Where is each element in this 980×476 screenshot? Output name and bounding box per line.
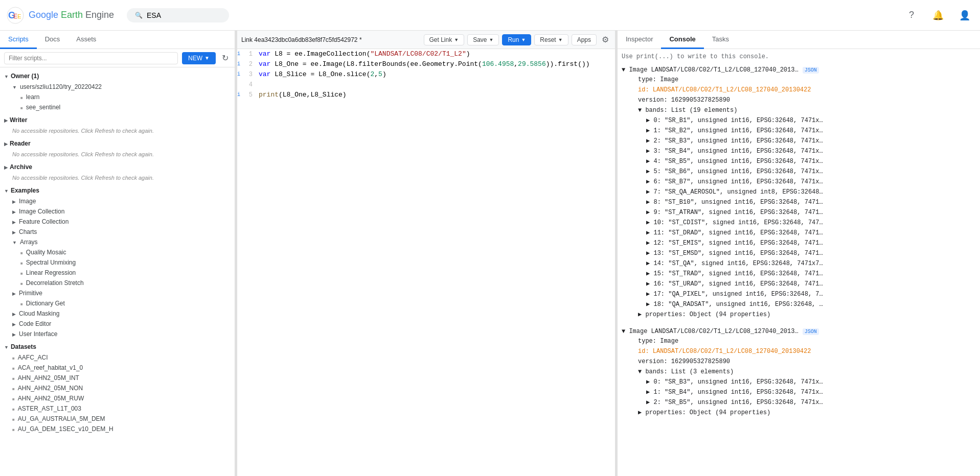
console-item-1-b5[interactable]: ▶ 5: "SR_B6", unsigned int16, EPSG:32648… <box>622 166 976 177</box>
example-decorrelation-stretch[interactable]: Decorrelation Stretch <box>0 278 235 288</box>
tab-scripts[interactable]: Scripts <box>0 31 37 49</box>
file-see-sentinel[interactable]: see_sentinel <box>0 102 235 112</box>
console-item-2-b1[interactable]: ▶ 1: "SR_B4", unsigned int16, EPSG:32648… <box>622 387 976 397</box>
search-input[interactable] <box>147 11 218 19</box>
help-button[interactable]: ? <box>902 6 921 25</box>
left-tab-bar: Scripts Docs Assets <box>0 31 235 49</box>
console-item-1-b13[interactable]: ▶ 13: "ST_EMSD", signed int16, EPSG:3264… <box>622 248 976 258</box>
reader-section-header[interactable]: Reader <box>0 138 235 149</box>
dataset-AU-DEM[interactable]: AU_GA_AUSTRALIA_5M_DEM <box>0 414 235 424</box>
dataset-AU-DEM-icon <box>12 415 15 422</box>
console-item-1-b14[interactable]: ▶ 14: "ST_QA", signed int16, EPSG:32648,… <box>622 258 976 269</box>
dataset-AHN-RUW[interactable]: AHN_AHN2_05M_RUW <box>0 393 235 403</box>
owner-repo[interactable]: users/szliu1120/try_20220422 <box>0 82 235 92</box>
example-spectral-unmixing[interactable]: Spectral Unmixing <box>0 257 235 268</box>
example-image[interactable]: Image <box>0 196 235 206</box>
tab-docs[interactable]: Docs <box>37 31 69 49</box>
example-quality-mosaic[interactable]: Quality Mosaic <box>0 247 235 257</box>
code-line-2: i 2 var L8_One = ee.Image(L8.filterBound… <box>237 59 615 69</box>
console-item-2-bands[interactable]: ▼ bands: List (3 elements) <box>622 367 976 377</box>
tab-tasks[interactable]: Tasks <box>704 31 737 49</box>
line-number-1: 1 <box>241 49 257 59</box>
console-item-1-b7[interactable]: ▶ 7: "SR_QA_AEROSOL", unsigned int8, EPS… <box>622 187 976 197</box>
search-bar[interactable]: 🔍 <box>127 8 229 22</box>
console-item-1-b0[interactable]: ▶ 0: "SR_B1", unsigned int16, EPSG:32648… <box>622 115 976 126</box>
console-item-1-b18[interactable]: ▶ 18: "QA_RADSAT", unsigned int16, EPSG:… <box>622 299 976 310</box>
example-image-collection[interactable]: Image Collection <box>0 206 235 217</box>
dataset-AHN-NON-icon <box>12 385 15 392</box>
filter-scripts-input[interactable] <box>4 52 178 64</box>
console-item-1-b4[interactable]: ▶ 4: "SR_B5", unsigned int16, EPSG:32648… <box>622 156 976 166</box>
console-item-1-b17[interactable]: ▶ 17: "QA_PIXEL", unsigned int16, EPSG:3… <box>622 289 976 299</box>
dataset-AHN-NON[interactable]: AHN_AHN2_05M_NON <box>0 383 235 393</box>
owner-section-header[interactable]: Owner (1) <box>0 70 235 82</box>
console-content: Use print(...) to write to this console.… <box>618 49 980 476</box>
console-item-1-b3[interactable]: ▶ 3: "SR_B4", unsigned int16, EPSG:32648… <box>622 146 976 156</box>
console-item-2-b0[interactable]: ▶ 0: "SR_B3", unsigned int16, EPSG:32648… <box>622 377 976 387</box>
console-item-1-b1[interactable]: ▶ 1: "SR_B2", unsigned int16, EPSG:32648… <box>622 126 976 136</box>
console-block-1: ▼ Image LANDSAT/LC08/C02/T1_L2/LC08_1270… <box>622 66 976 320</box>
dataset-ACA[interactable]: ACA_reef_habitat_v1_0 <box>0 363 235 373</box>
app-title: Google Earth Engine <box>29 10 114 20</box>
line-number-5: 5 <box>241 90 257 100</box>
example-charts[interactable]: Charts <box>0 227 235 237</box>
notifications-button[interactable]: 🔔 <box>929 6 947 25</box>
run-button[interactable]: Run ▼ <box>502 34 531 45</box>
tab-inspector[interactable]: Inspector <box>618 31 661 49</box>
get-link-button[interactable]: Get Link ▼ <box>424 34 465 45</box>
reset-button[interactable]: Reset ▼ <box>534 34 568 45</box>
scripts-tree: Owner (1) users/szliu1120/try_20220422 l… <box>0 67 235 476</box>
example-image-icon <box>12 198 16 205</box>
console-item-1-b6[interactable]: ▶ 6: "SR_B7", unsigned int16, EPSG:32648… <box>622 177 976 187</box>
archive-section-header[interactable]: Archive <box>0 161 235 173</box>
console-item-1-b10[interactable]: ▶ 10: "ST_CDIST", signed int16, EPSG:326… <box>622 218 976 228</box>
save-button[interactable]: Save ▼ <box>467 34 499 45</box>
console-block-1-title[interactable]: ▼ Image LANDSAT/LC08/C02/T1_L2/LC08_1270… <box>622 66 976 74</box>
console-item-2-props[interactable]: ▶ properties: Object (94 properties) <box>622 408 976 418</box>
console-item-2-b2[interactable]: ▶ 2: "SR_B5", unsigned int16, EPSG:32648… <box>622 397 976 408</box>
console-item-1-b2[interactable]: ▶ 2: "SR_B3", unsigned int16, EPSG:32648… <box>622 136 976 146</box>
svg-text:E: E <box>13 13 17 20</box>
example-user-interface[interactable]: User Interface <box>0 329 235 339</box>
refresh-button[interactable]: ↻ <box>220 51 231 65</box>
dataset-AU-DEM-1SEC[interactable]: AU_GA_DEM_1SEC_v10_DEM_H <box>0 424 235 434</box>
console-item-2-id: id: LANDSAT/LC08/C02/T1_L2/LC08_127040_2… <box>622 346 976 356</box>
code-editor[interactable]: i 1 var L8 = ee.ImageCollection("LANDSAT… <box>237 49 615 476</box>
dataset-AU-DEM-1SEC-icon <box>12 425 15 433</box>
console-item-1-b9[interactable]: ▶ 9: "ST_ATRAN", signed int16, EPSG:3264… <box>622 207 976 218</box>
example-primitive[interactable]: Primitive <box>0 288 235 298</box>
new-script-button[interactable]: NEW ▼ <box>182 52 216 64</box>
example-code-editor[interactable]: Code Editor <box>0 319 235 329</box>
dataset-ASTER[interactable]: ASTER_AST_L1T_003 <box>0 403 235 414</box>
examples-section-header[interactable]: Examples <box>0 185 235 196</box>
console-item-1-props[interactable]: ▶ properties: Object (94 properties) <box>622 310 976 320</box>
console-item-1-b11[interactable]: ▶ 11: "ST_DRAD", signed int16, EPSG:3264… <box>622 228 976 238</box>
settings-button[interactable]: ⚙ <box>600 33 611 46</box>
header: G E E Google Earth Engine 🔍 ? 🔔 👤 <box>0 0 980 31</box>
apps-button[interactable]: Apps <box>572 34 597 45</box>
account-button[interactable]: 👤 <box>955 6 974 25</box>
example-cloud-masking[interactable]: Cloud Masking <box>0 308 235 319</box>
dataset-AHN-INT[interactable]: AHN_AHN2_05M_INT <box>0 373 235 383</box>
console-item-1-b12[interactable]: ▶ 12: "ST_EMIS", signed int16, EPSG:3264… <box>622 238 976 248</box>
tab-console[interactable]: Console <box>661 31 703 49</box>
console-item-1-b15[interactable]: ▶ 15: "ST_TRAD", signed int16, EPSG:3264… <box>622 269 976 279</box>
right-panel: Inspector Console Tasks Use print(...) t… <box>618 31 980 476</box>
example-feature-collection[interactable]: Feature Collection <box>0 217 235 227</box>
console-item-1-bands[interactable]: ▼ bands: List (19 elements) <box>622 105 976 115</box>
code-line-5: i 5 print(L8_One,L8_Slice) <box>237 90 615 100</box>
console-item-1-b16[interactable]: ▶ 16: "ST_URAD", signed int16, EPSG:3264… <box>622 279 976 289</box>
console-block-2-title[interactable]: ▼ Image LANDSAT/LC08/C02/T1_L2/LC08_1270… <box>622 328 976 335</box>
console-item-1-b8[interactable]: ▶ 8: "ST_B10", unsigned int16, EPSG:3264… <box>622 197 976 207</box>
example-arrays[interactable]: Arrays <box>0 237 235 247</box>
datasets-section-header[interactable]: Datasets <box>0 341 235 352</box>
writer-section-header[interactable]: Writer <box>0 114 235 126</box>
file-learn[interactable]: learn <box>0 92 235 102</box>
tab-assets[interactable]: Assets <box>68 31 104 49</box>
example-linear-regression[interactable]: Linear Regression <box>0 268 235 278</box>
code-content-5: print(L8_One,L8_Slice) <box>257 90 615 100</box>
example-dictionary-get[interactable]: Dictionary Get <box>0 298 235 308</box>
main-container: Scripts Docs Assets NEW ▼ ↻ Owner (1) us… <box>0 31 980 476</box>
dataset-AAFC_ACI[interactable]: AAFC_ACI <box>0 352 235 363</box>
console-item-2-type: type: Image <box>622 336 976 346</box>
